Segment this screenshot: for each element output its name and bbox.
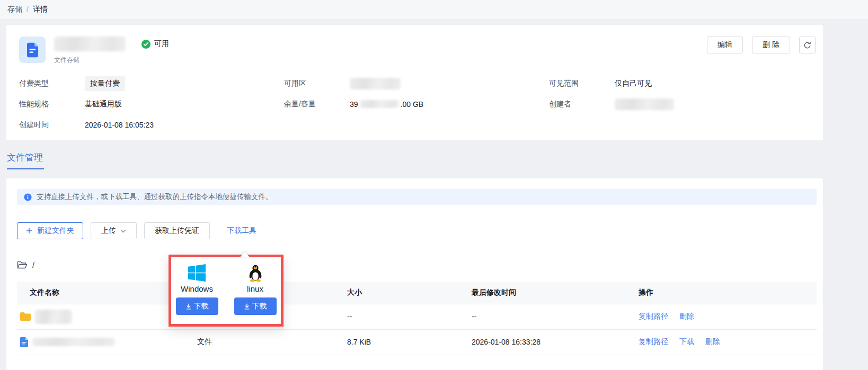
breadcrumb: 存储 / 详情	[7, 5, 48, 14]
info-banner-text: 支持直接上传文件，或下载工具、通过获取的上传指令本地便捷传输文件。	[37, 192, 273, 202]
current-path: /	[17, 260, 817, 269]
capacity-label: 余量/容量	[284, 100, 350, 109]
file-icon	[20, 337, 28, 347]
delete-button[interactable]: 删 除	[752, 37, 790, 53]
status-text: 可用	[154, 39, 169, 49]
refresh-icon	[803, 41, 811, 49]
folder-name-redacted[interactable]	[35, 310, 72, 324]
spec-label: 性能规格	[19, 100, 85, 109]
open-folder-icon	[17, 260, 28, 269]
new-folder-button[interactable]: 新建文件夹	[17, 222, 83, 239]
info-icon	[24, 193, 32, 201]
capacity-value: 39.00 GB	[350, 100, 423, 109]
billing-type-value: 按量付费	[85, 76, 125, 91]
folder-icon	[20, 312, 31, 321]
breadcrumb-storage[interactable]: 存储	[7, 5, 22, 14]
top-band	[0, 0, 868, 19]
creator-label: 创建者	[549, 100, 615, 109]
download-arrow-icon	[244, 303, 250, 310]
file-table: 文件名称 大小 最后修改时间 操作 -- --	[17, 282, 817, 355]
download-tool-popup: Windows 下载	[169, 255, 284, 327]
table-row-file: 文件 8.7 KiB 2026-01-08 16:33:28 复制路径 下载 删…	[17, 329, 817, 355]
info-banner: 支持直接上传文件，或下载工具、通过获取的上传指令本地便捷传输文件。	[17, 189, 817, 205]
download-tool-button[interactable]: 下载工具	[227, 226, 256, 236]
download-option-linux: linux 下载	[234, 263, 277, 324]
copy-path-link[interactable]: 复制路径	[639, 312, 668, 320]
download-linux-button[interactable]: 下载	[234, 297, 277, 315]
upload-button[interactable]: 上传	[91, 222, 137, 239]
zone-value-redacted	[350, 78, 401, 89]
visibility-value: 仅自己可见	[615, 79, 652, 88]
storage-type-label: 文件存储	[54, 56, 126, 65]
download-windows-button[interactable]: 下载	[176, 297, 218, 315]
file-storage-icon	[19, 37, 46, 63]
download-link[interactable]: 下载	[679, 337, 694, 346]
created-time-label: 创建时间	[19, 120, 85, 130]
download-arrow-icon	[185, 303, 192, 310]
col-modified: 最后修改时间	[472, 282, 639, 304]
col-size: 大小	[347, 282, 472, 304]
tux-penguin-icon	[247, 263, 263, 283]
breadcrumb-detail: 详情	[33, 5, 48, 14]
plus-icon	[26, 228, 32, 234]
cell-modified: --	[472, 304, 639, 329]
file-toolbar: 新建文件夹 上传 获取上传凭证 下载工具	[17, 222, 817, 239]
visibility-label: 可见范围	[549, 79, 615, 88]
creator-value-redacted	[615, 98, 674, 110]
copy-path-link[interactable]: 复制路径	[639, 337, 668, 346]
status-badge: 可用	[141, 39, 169, 49]
edit-button[interactable]: 编辑	[707, 37, 743, 53]
detail-fields: 付费类型 按量付费 性能规格 基础通用版 创建时间 2026-01-08 16:…	[19, 73, 816, 135]
cell-type: 文件	[197, 329, 347, 355]
download-option-windows: Windows 下载	[176, 263, 218, 324]
linux-label: linux	[247, 284, 263, 293]
spec-value: 基础通用版	[85, 100, 122, 109]
cell-size: --	[347, 304, 472, 329]
storage-detail-card: 文件存储 可用 编辑 删 除	[6, 25, 823, 140]
chevron-down-icon	[120, 229, 126, 233]
popup-caret	[240, 251, 250, 257]
capacity-redacted	[360, 100, 399, 108]
delete-link[interactable]: 删除	[679, 312, 694, 320]
storage-name-redacted	[54, 37, 126, 51]
file-name-redacted[interactable]	[32, 338, 115, 346]
col-actions: 操作	[639, 282, 817, 304]
check-circle-icon	[141, 40, 150, 49]
table-row-folder: -- -- 复制路径 删除	[17, 304, 817, 329]
delete-link[interactable]: 删除	[705, 337, 720, 346]
zone-label: 可用区	[284, 79, 350, 88]
breadcrumb-separator: /	[26, 5, 29, 14]
windows-logo-icon	[188, 263, 206, 283]
created-time-value: 2026-01-08 16:05:23	[85, 121, 154, 129]
refresh-button[interactable]	[799, 37, 816, 53]
path-text: /	[32, 261, 34, 269]
get-upload-credential-button[interactable]: 获取上传凭证	[144, 222, 210, 239]
file-management-card: 支持直接上传文件，或下载工具、通过获取的上传指令本地便捷传输文件。 新建文件夹 …	[6, 178, 823, 370]
cell-modified: 2026-01-08 16:33:28	[472, 329, 639, 355]
billing-type-label: 付费类型	[19, 79, 85, 88]
tab-file-management[interactable]: 文件管理	[7, 151, 44, 169]
cell-size: 8.7 KiB	[347, 329, 472, 355]
windows-label: Windows	[181, 284, 213, 293]
